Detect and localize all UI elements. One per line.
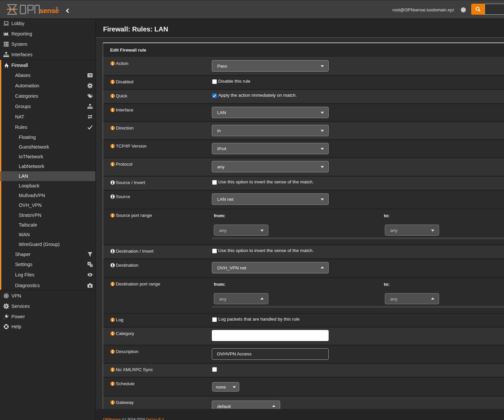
svg-text:R: R [56,7,58,9]
